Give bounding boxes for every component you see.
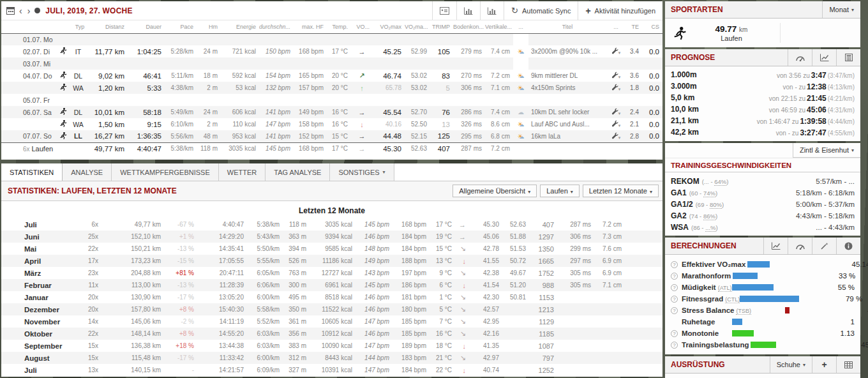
help-icon[interactable]: ? — [671, 273, 678, 280]
cell-trimp: 83 — [430, 70, 453, 82]
activity-row[interactable]: 07.07. So LL 16,27 km 1:36:35 5:56/km 48… — [1, 130, 662, 142]
cell-kcal: 8443 kcal — [310, 352, 356, 364]
help-icon[interactable]: ? — [671, 330, 678, 337]
filter-overview-dropdown[interactable]: Allgemeine Übersicht▾ — [453, 185, 537, 197]
cell-km: 49,77 km — [102, 218, 165, 231]
cell-vo2max: 40.16 — [373, 118, 405, 130]
calculator-button[interactable] — [836, 49, 860, 66]
cell-vo2max: 40.74 — [470, 364, 503, 376]
prev-week-button[interactable]: ‹ — [19, 6, 23, 15]
edit-tools[interactable]: ▾ — [606, 118, 625, 130]
cell-dauer: 1:36:35 — [128, 130, 165, 142]
cell-vo2max-alt — [503, 328, 530, 340]
bar-chart-icon — [464, 7, 473, 15]
cell-km: 145,06 km — [102, 315, 165, 328]
image-view-button[interactable] — [432, 1, 456, 20]
activity-row[interactable]: 02.07. Di IT 11,77 km 1:04:25 5:28/km 24… — [1, 45, 662, 57]
help-icon[interactable]: ? — [671, 307, 678, 314]
sport-label[interactable]: Laufen — [721, 34, 742, 42]
cell-sport — [56, 57, 70, 70]
cell-bodenkontakt: 286 ms — [453, 106, 485, 118]
edit-tools[interactable]: ▾ — [606, 33, 625, 45]
cell-cm: 7.1 cm — [595, 279, 625, 291]
cell-cs: 0.0 — [642, 118, 662, 130]
help-icon[interactable]: ? — [671, 296, 678, 303]
activity-row[interactable]: 05.07. Fr — [1, 94, 662, 106]
add-gear-button[interactable]: + — [812, 356, 836, 373]
gear-type-dropdown[interactable]: Schuhe▾ — [770, 356, 812, 373]
prognose-distance: 21,1 km — [671, 116, 717, 125]
calendar-icon[interactable] — [6, 6, 15, 15]
tab-statistiken[interactable]: STATISTIKEN — [1, 163, 63, 181]
gauge-button[interactable] — [788, 238, 812, 254]
wrench-icon — [611, 108, 618, 115]
next-week-button[interactable]: › — [27, 6, 31, 15]
cell-vo2max — [373, 33, 405, 45]
activity-row[interactable]: WA 1,20 km 5:33 4:38/km 2 m 53 kcal 132 … — [1, 82, 662, 94]
add-activity-button[interactable]: + Aktivität hinzufügen — [578, 1, 662, 20]
chart-button[interactable] — [812, 49, 836, 66]
edit-tools[interactable]: ▾ — [606, 94, 625, 106]
tab-wetter[interactable]: WETTER — [219, 163, 266, 181]
activity-row[interactable]: 01.07. Mo — [1, 33, 662, 45]
cell-titel — [528, 94, 606, 106]
speed-model-dropdown[interactable]: Zintl & Eisenhut▾ — [793, 143, 860, 158]
chart-view-button-1[interactable] — [456, 1, 480, 20]
activity-row[interactable]: 03.07. Mi — [1, 57, 662, 70]
bar-fill — [732, 284, 774, 291]
wand-button[interactable] — [812, 238, 836, 254]
tab-tag-analyse[interactable]: TAG ANALYSE — [266, 163, 330, 181]
edit-tools[interactable]: ▾ — [606, 45, 625, 57]
cell-vo2max-alt: 51.53 — [503, 243, 530, 255]
zone-pace: 5:18/km - 6:18/km — [796, 189, 855, 197]
edit-tools[interactable]: ▾ — [606, 57, 625, 70]
help-icon[interactable]: ? — [671, 342, 678, 349]
help-icon[interactable]: ? — [671, 284, 678, 291]
edit-tools[interactable]: ▾ — [606, 70, 625, 82]
edit-tools[interactable]: ▾ — [606, 82, 625, 94]
wrench-icon — [611, 120, 618, 127]
cell-avg-hf: 146 bpm — [356, 328, 393, 340]
chart-button[interactable] — [763, 238, 788, 254]
prognose-row: 42,2 km von - zu3:27:47(4:55/km) — [671, 126, 855, 138]
statistics-title: STATISTIKEN: LAUFEN, LETZTEN 12 MONATE — [8, 186, 177, 195]
filter-sport-dropdown[interactable]: Laufen▾ — [540, 185, 580, 197]
cell-hm — [197, 33, 221, 45]
cell-vo2max-alt — [405, 33, 430, 45]
tab-sonstiges[interactable]: SONSTIGES▾ — [330, 163, 394, 181]
runner-icon — [59, 73, 67, 80]
week-nav: ‹ › JULI, 2019, 27. WOCHE — [1, 1, 133, 20]
edit-tools[interactable]: ▾ — [606, 130, 625, 142]
cell-percent: -15 % — [165, 255, 198, 267]
help-icon[interactable]: ? — [671, 261, 678, 268]
cell-month: Januar — [1, 291, 63, 303]
tab-analyse[interactable]: ANALYSE — [63, 163, 112, 181]
cell-dauer: 13:44:38 — [198, 340, 248, 352]
sportarten-period-dropdown[interactable]: Monat▾ — [822, 1, 860, 18]
filter-period-dropdown[interactable]: Letzten 12 Monate▾ — [583, 185, 659, 197]
cell-vertikale — [485, 33, 513, 45]
calc-label: Fitnessgrad(CTL) — [682, 295, 740, 303]
cell-kcal: 3035 kcal — [310, 218, 356, 231]
cell-max-hf: 157 bpm — [294, 82, 327, 94]
caret-down-icon: ▾ — [851, 7, 854, 13]
cell-avg-hf: 149 bpm — [356, 255, 393, 267]
calc-label: Trainingsbelastung — [682, 341, 751, 349]
gauge-button[interactable] — [788, 49, 812, 66]
activity-row[interactable]: 04.07. Do DL 9,02 km 46:41 5:11/km 18 m … — [1, 70, 662, 82]
activity-row[interactable]: WA 1,50 km 9:15 6:10/km 2 m 110 kcal 147… — [1, 118, 662, 130]
cell-bodenkontakt: 306 ms — [453, 82, 485, 94]
cell-avg-hf: 141 bpm — [259, 130, 294, 142]
cell-dauer — [128, 57, 165, 70]
cell-kcal: 10090 kcal — [310, 340, 356, 352]
automatic-sync-button[interactable]: ↻ Automatic Sync — [504, 1, 578, 20]
month-row: April 17x 173,23 km -15 % 17:05:55 5:55/… — [1, 255, 662, 267]
info-button[interactable] — [836, 238, 860, 254]
edit-tools[interactable]: ▾ — [606, 106, 625, 118]
month-row: Dezember 20x 157,80 km +8 % 15:40:30 5:5… — [1, 303, 662, 315]
gear-table-button[interactable] — [836, 356, 860, 373]
activity-row[interactable]: 06.07. Sa DL 10,01 km 58:18 5:49/km 24 m… — [1, 106, 662, 118]
cell-sport — [56, 130, 70, 142]
chart-view-button-2[interactable] — [480, 1, 504, 20]
tab-wettkampfergebnisse[interactable]: WETTKAMPFERGEBNISSE — [112, 163, 219, 181]
